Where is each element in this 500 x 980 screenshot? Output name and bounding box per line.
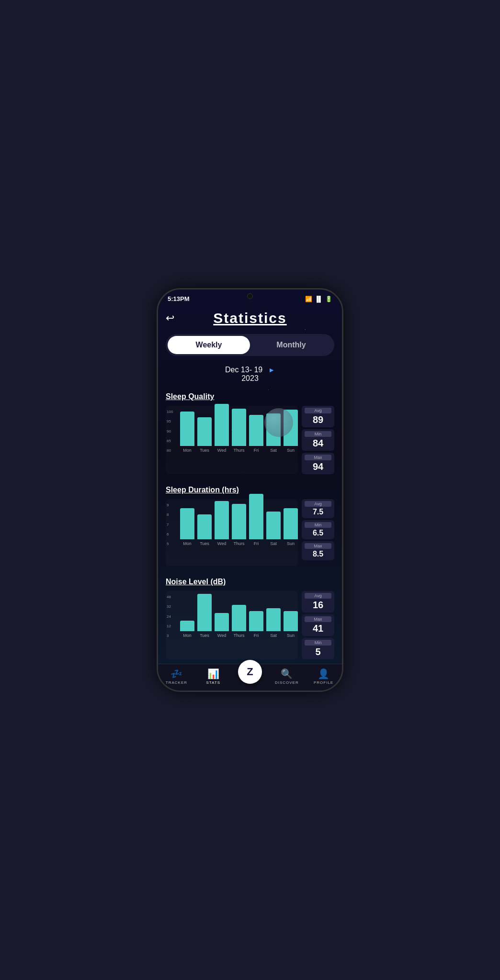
bar-group: Tues: [197, 594, 212, 638]
nl-avg-value: 16: [313, 600, 323, 610]
bar: [249, 494, 263, 539]
avg-value: 89: [313, 414, 323, 425]
bar-group: Sun: [284, 508, 298, 546]
y-label-100: 100: [167, 410, 173, 414]
sleep-quality-stats: Avg 89 Min 84 Max 94: [302, 406, 334, 474]
y-label-5: 5: [167, 542, 169, 546]
noise-avg-box: Avg 16: [302, 591, 334, 612]
y-label-80: 80: [167, 448, 173, 453]
nav-profile[interactable]: 👤 PROFILE: [305, 668, 342, 685]
max-value: 94: [313, 461, 323, 472]
sleep-duration-bars: MonTuesWedThursFriSatSun: [180, 503, 298, 556]
bar-day-label: Mon: [183, 541, 192, 546]
nav-discover[interactable]: 🔍 DISCOVER: [268, 668, 305, 685]
bar-day-label: Mon: [183, 448, 192, 453]
min-value: 84: [313, 438, 323, 448]
sleep-quality-min-box: Min 84: [302, 429, 334, 451]
bar-group: Wed: [215, 501, 229, 546]
period-toggle[interactable]: Weekly Monthly: [166, 334, 334, 356]
bar-day-label: Wed: [217, 541, 226, 546]
bar-day-label: Wed: [217, 633, 226, 638]
y-label-32: 32: [167, 604, 171, 609]
bar: [215, 613, 229, 631]
sleep-duration-y-axis: 9 8 7 6 5: [167, 503, 169, 546]
y-label-85: 85: [167, 439, 173, 443]
next-date-button[interactable]: ►: [268, 366, 275, 374]
bar-group: Thurs: [232, 605, 246, 638]
sleep-quality-avg-box: Avg 89: [302, 406, 334, 427]
header: ↩ Statistics: [166, 305, 334, 334]
wifi-icon: 📶: [305, 296, 312, 302]
noise-level-chart-container: 48 32 24 12 3 MonTuesWedThursFriSatSun A…: [166, 591, 334, 659]
bar-group: Fri: [249, 415, 263, 453]
year-text: 2023: [166, 374, 334, 383]
bar-day-label: Tues: [200, 448, 209, 453]
bar: [266, 512, 281, 539]
status-time: 5:13PM: [168, 295, 190, 302]
y-label-7: 7: [167, 523, 169, 527]
z-button[interactable]: Z: [238, 660, 262, 684]
date-range-text: Dec 13- 19: [225, 366, 262, 374]
noise-level-chart-area: 48 32 24 12 3 MonTuesWedThursFriSatSun: [166, 591, 298, 659]
bar-group: Sun: [284, 611, 298, 638]
tracker-label: TRACKER: [166, 680, 187, 685]
sleep-duration-chart-area: 9 8 7 6 5 MonTuesWedThursFriSatSun: [166, 499, 298, 566]
sleep-quality-y-axis: 100 95 90 85 80: [167, 410, 173, 453]
bar-group: Tues: [197, 514, 212, 546]
page-title: Statistics: [180, 310, 320, 326]
monthly-toggle-btn[interactable]: Monthly: [250, 336, 332, 354]
nav-tracker[interactable]: 💤 TRACKER: [158, 668, 195, 685]
y-label-90: 90: [167, 429, 173, 434]
noise-level-y-axis: 48 32 24 12 3: [167, 595, 171, 638]
bar-group: Wed: [215, 613, 229, 638]
bar-day-label: Tues: [200, 633, 209, 638]
signal-icon: ▐▌: [315, 296, 323, 302]
profile-label: PROFILE: [314, 680, 333, 685]
sd-max-value: 8.5: [313, 550, 323, 558]
bar-group: Fri: [249, 611, 263, 638]
date-selector: Dec 13- 19 ► 2023: [166, 366, 334, 383]
sd-avg-label: Avg: [305, 501, 331, 507]
bar-day-label: Tues: [200, 541, 209, 546]
bar-day-label: Sun: [287, 541, 295, 546]
camera-notch: [247, 293, 253, 299]
bar-day-label: Thurs: [233, 633, 244, 638]
bar-group: Sat: [266, 512, 281, 546]
nl-max-label: Max: [305, 616, 331, 622]
bar-day-label: Thurs: [233, 541, 244, 546]
sleep-duration-max-box: Max 8.5: [302, 541, 334, 560]
nl-min-value: 5: [315, 646, 320, 657]
moon-decoration: [264, 408, 293, 437]
nav-z-center[interactable]: Z: [232, 669, 269, 684]
sleep-duration-min-box: Min 6.5: [302, 520, 334, 539]
noise-min-box: Min 5: [302, 638, 334, 659]
y-label-12: 12: [167, 624, 171, 628]
bar: [266, 608, 281, 631]
bar-day-label: Mon: [183, 633, 192, 638]
bar: [180, 412, 194, 446]
sd-max-label: Max: [305, 543, 331, 549]
bar: [197, 417, 212, 446]
bar-day-label: Sat: [270, 633, 277, 638]
nl-max-value: 41: [313, 623, 323, 634]
weekly-toggle-btn[interactable]: Weekly: [168, 336, 250, 354]
bar-group: Thurs: [232, 409, 246, 453]
bar-day-label: Wed: [217, 448, 226, 453]
bar-group: Sat: [266, 608, 281, 638]
bar-day-label: Sun: [287, 633, 295, 638]
bar: [232, 605, 246, 631]
y-label-3: 3: [167, 634, 171, 638]
y-label-6: 6: [167, 532, 169, 536]
bar: [284, 508, 298, 539]
bar-group: Mon: [180, 412, 194, 453]
noise-level-bars: MonTuesWedThursFriSatSun: [180, 595, 298, 647]
bar-day-label: Fri: [254, 633, 259, 638]
noise-max-box: Max 41: [302, 614, 334, 636]
nav-stats[interactable]: 📊 STATS: [195, 668, 232, 685]
y-label-95: 95: [167, 419, 173, 423]
max-label: Max: [305, 455, 331, 460]
stats-label: STATS: [206, 680, 220, 685]
profile-icon: 👤: [318, 668, 330, 679]
sleep-duration-avg-box: Avg 7.5: [302, 499, 334, 518]
back-button[interactable]: ↩: [166, 312, 174, 324]
